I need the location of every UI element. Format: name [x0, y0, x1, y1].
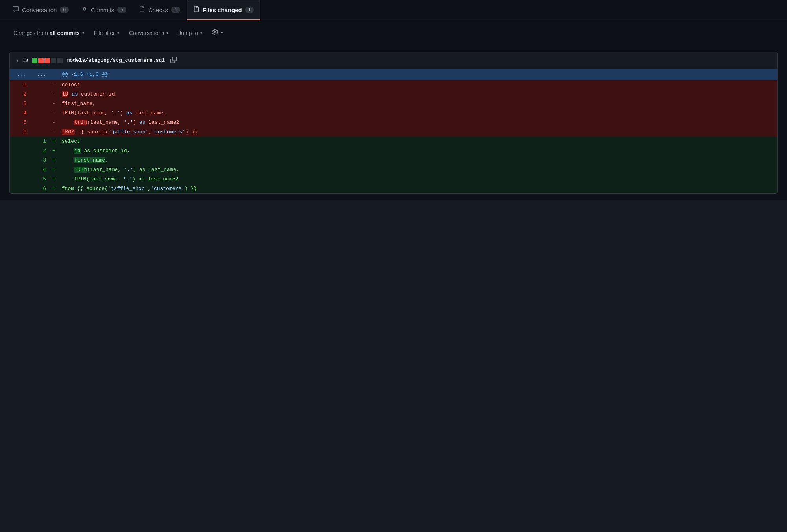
- stat-blocks: [32, 58, 63, 63]
- table-row: ... ... @@ -1,6 +1,6 @@: [10, 69, 777, 80]
- tab-conversation-label: Conversation: [22, 7, 57, 13]
- file-filter-button[interactable]: File filter ▾: [90, 28, 124, 39]
- hunk-sign: [49, 69, 59, 80]
- changes-from-button[interactable]: Changes from all commits ▾: [9, 28, 89, 39]
- stat-block-green-1: [32, 58, 37, 63]
- stat-block-dark-2: [57, 58, 63, 63]
- diff-stat: 12: [22, 57, 28, 63]
- table-row: 3 - first_name,: [10, 99, 777, 109]
- checks-icon: [139, 6, 145, 14]
- tab-conversation-badge: 0: [60, 7, 69, 13]
- table-row: 5 + TRIM(last_name, '.') as last_name2: [10, 175, 777, 184]
- table-row: 6 - FROM {{ source('jaffle_shop','custom…: [10, 127, 777, 137]
- changes-from-chevron: ▾: [82, 30, 85, 35]
- settings-chevron: ▾: [221, 30, 223, 35]
- diff-table: ... ... @@ -1,6 +1,6 @@ 1 - select 2 - I…: [10, 69, 777, 193]
- tab-checks[interactable]: Checks 1: [133, 0, 187, 20]
- file-name: models/staging/stg_customers.sql: [67, 57, 165, 63]
- conversations-chevron: ▾: [166, 30, 169, 35]
- toolbar: Changes from all commits ▾ File filter ▾…: [0, 20, 787, 45]
- tab-files-changed-label: Files changed: [203, 7, 242, 13]
- files-changed-icon: [193, 6, 200, 14]
- changes-from-text: Changes from all commits: [13, 30, 80, 36]
- commits-icon: [81, 6, 88, 14]
- gear-icon: [212, 29, 218, 37]
- hunk-old-num: ...: [10, 69, 30, 80]
- file-filter-chevron: ▾: [117, 30, 120, 35]
- table-row: 4 + TRIM(last_name, '.') as last_name,: [10, 165, 777, 175]
- stat-block-red-1: [38, 58, 44, 63]
- file-block: ▾ 12 models/staging/stg_customers.sql ..…: [9, 52, 778, 194]
- table-row: 6 + from {{ source('jaffle_shop','custom…: [10, 184, 777, 193]
- table-row: 1 - select: [10, 80, 777, 90]
- jump-to-chevron: ▾: [200, 30, 203, 35]
- copy-path-button[interactable]: [169, 56, 178, 65]
- tab-checks-label: Checks: [148, 7, 168, 13]
- file-filter-label: File filter: [94, 30, 115, 36]
- tab-commits-label: Commits: [91, 7, 114, 13]
- tab-files-changed[interactable]: Files changed 1: [187, 0, 261, 20]
- file-header: ▾ 12 models/staging/stg_customers.sql: [10, 52, 777, 69]
- chevron-down-icon: ▾: [16, 58, 18, 63]
- table-row: 4 - TRIM(last_name, '.') as last_name,: [10, 109, 777, 118]
- jump-to-button[interactable]: Jump to ▾: [174, 28, 207, 39]
- tab-commits[interactable]: Commits 5: [75, 0, 133, 20]
- hunk-new-num: ...: [30, 69, 49, 80]
- stat-block-dark-1: [51, 58, 56, 63]
- hunk-code: @@ -1,6 +1,6 @@: [59, 69, 777, 80]
- tab-checks-badge: 1: [171, 7, 180, 13]
- table-row: 5 - trim(last_name, '.') as last_name2: [10, 118, 777, 127]
- conversations-label: Conversations: [129, 30, 164, 36]
- stat-block-red-2: [44, 58, 50, 63]
- jump-to-label: Jump to: [178, 30, 198, 36]
- tab-commits-badge: 5: [117, 7, 126, 13]
- tabs-container: Conversation 0 Commits 5 Checks 1 Files …: [0, 0, 787, 20]
- table-row: 1 + select: [10, 137, 777, 146]
- collapse-button[interactable]: ▾: [16, 58, 18, 63]
- main-content: ▾ 12 models/staging/stg_customers.sql ..…: [0, 45, 787, 200]
- settings-button[interactable]: ▾: [208, 27, 227, 39]
- table-row: 2 + id as customer_id,: [10, 146, 777, 156]
- table-row: 2 - ID as customer_id,: [10, 90, 777, 99]
- tab-files-changed-badge: 1: [245, 7, 254, 13]
- table-row: 3 + first_name,: [10, 156, 777, 165]
- tab-conversation[interactable]: Conversation 0: [6, 0, 75, 20]
- conversations-button[interactable]: Conversations ▾: [125, 28, 173, 39]
- conversation-icon: [13, 6, 19, 14]
